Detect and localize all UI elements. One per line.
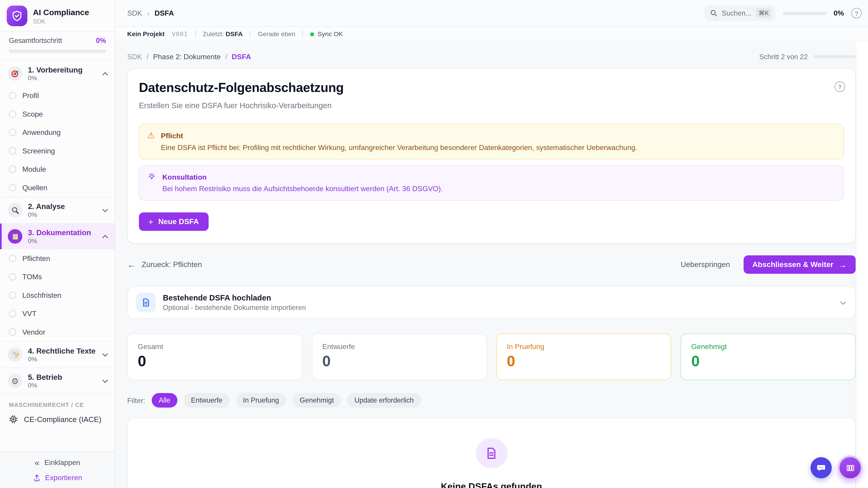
- filter-pill-update-erforderlich[interactable]: Update erforderlich: [347, 393, 421, 408]
- header-actions: Suchen... ⌘K 0% ?: [705, 5, 862, 21]
- section-header-dokumentation[interactable]: 3. Dokumentation 0%: [0, 224, 115, 250]
- filter-pill-entwuerfe[interactable]: Entwuerfe: [184, 393, 230, 408]
- section-items: Pflichten TOMs Löschfristen VVT: [0, 249, 115, 341]
- section-header-analyse[interactable]: 2. Analyse 0%: [0, 197, 115, 223]
- stat-card-genehmigt: Genehmigt 0: [681, 333, 856, 380]
- export-button[interactable]: Exportieren: [33, 473, 82, 482]
- version-badge: V001: [172, 30, 188, 37]
- sidebar: AI Compliance SDK Gesamtfortschritt 0%: [0, 0, 116, 488]
- lightbulb-icon: [147, 172, 156, 194]
- section-header-betrieb[interactable]: ⚙ 5. Betrieb 0%: [0, 368, 115, 394]
- empty-state-icon-circle: [475, 438, 507, 468]
- filter-pill-alle[interactable]: Alle: [151, 393, 178, 408]
- header-progress-bar: [783, 11, 826, 15]
- sidebar-item-label: CE-Compliance (IACE): [24, 415, 101, 423]
- stat-value: 0: [507, 353, 660, 370]
- last-saved: Zuletzt: DSFA: [203, 31, 243, 37]
- top-header: SDK › DSFA Suchen... ⌘K 0% ?: [116, 0, 868, 27]
- sidebar-item-screening[interactable]: Screening: [0, 142, 115, 160]
- search-input[interactable]: Suchen... ⌘K: [705, 5, 776, 21]
- scrollbar[interactable]: [856, 42, 868, 488]
- card-help-icon[interactable]: ?: [835, 81, 845, 92]
- section-header-rechtliche-texte[interactable]: 4. Rechtliche Texte 0%: [0, 342, 115, 367]
- sidebar-item-label: Screening: [22, 147, 55, 155]
- chevron-down-icon: [102, 206, 108, 212]
- chevron-up-icon: [102, 235, 108, 240]
- breadcrumb-root[interactable]: SDK: [127, 9, 142, 17]
- step-circle-icon: [9, 273, 16, 281]
- section-label: 3. Dokumentation: [28, 229, 97, 237]
- collapse-label: Einklappen: [44, 458, 80, 467]
- back-link[interactable]: ← Zurueck: Pflichten: [127, 260, 202, 269]
- sync-status: Sync OK: [310, 31, 343, 37]
- breadcrumb-item[interactable]: SDK: [127, 53, 142, 61]
- sync-label: Sync OK: [318, 31, 343, 37]
- filter-row: Filter: Alle Entwuerfe In Pruefung Geneh…: [127, 393, 856, 408]
- board-view-fab-button[interactable]: [838, 455, 863, 480]
- chat-fab-button[interactable]: [811, 457, 832, 479]
- step-circle-icon: [9, 328, 16, 336]
- page-subtitle: Erstellen Sie eine DSFA fuer Hochrisiko-…: [139, 101, 844, 110]
- double-chevron-left-icon: «: [35, 458, 39, 467]
- chevron-up-icon: [102, 72, 108, 77]
- alert-title: Pflicht: [161, 131, 638, 140]
- step-circle-icon: [9, 310, 16, 317]
- search-placeholder: Suchen...: [722, 9, 751, 17]
- sidebar-section-rechtliche-texte: 4. Rechtliche Texte 0%: [0, 342, 115, 368]
- step-circle-icon: [9, 292, 16, 299]
- sidebar-item-scope[interactable]: Scope: [0, 105, 115, 123]
- sidebar-item-quellen[interactable]: Quellen: [0, 178, 115, 197]
- sidebar-section-vorbereitung: 1. Vorbereitung 0% Profil Scope: [0, 61, 115, 197]
- filter-pill-genehmigt[interactable]: Genehmigt: [292, 393, 341, 408]
- section-percent: 0%: [28, 382, 97, 389]
- collapse-sidebar-button[interactable]: « Einklappen: [35, 458, 80, 467]
- app-window: AI Compliance SDK Gesamtfortschritt 0%: [0, 0, 868, 488]
- chat-bubble-icon: [816, 463, 826, 473]
- arrow-right-icon: →: [838, 260, 847, 269]
- sidebar-item-toms[interactable]: TOMs: [0, 268, 115, 286]
- section-header-vorbereitung[interactable]: 1. Vorbereitung 0%: [0, 61, 115, 87]
- last-saved-value: DSFA: [225, 31, 243, 37]
- sidebar-item-loeschfristen[interactable]: Löschfristen: [0, 286, 115, 304]
- step-circle-icon: [9, 110, 16, 118]
- sidebar-item-ce-compliance[interactable]: CE-Compliance (IACE): [0, 412, 115, 429]
- empty-state-title: Keine DSFAs gefunden: [441, 481, 542, 488]
- sidebar-item-module[interactable]: Module: [0, 160, 115, 178]
- sidebar-item-vvt[interactable]: VVT: [0, 304, 115, 323]
- new-dsfa-button[interactable]: + Neue DSFA: [139, 213, 208, 231]
- section-percent: 0%: [28, 237, 97, 244]
- page-breadcrumb: SDK / Phase 2: Dokumente / DSFA Schritt …: [127, 53, 856, 61]
- upload-existing-panel[interactable]: Bestehende DSFA hochladen Optional - bes…: [127, 286, 856, 319]
- sidebar-item-label: Pflichten: [22, 254, 50, 263]
- step-circle-icon: [9, 255, 16, 262]
- target-icon: [8, 66, 22, 81]
- breadcrumb-current: DSFA: [155, 9, 174, 17]
- alert-konsultation: Konsultation Bei hohem Restrisiko muss d…: [139, 165, 844, 201]
- sidebar-item-pflichten[interactable]: Pflichten: [0, 249, 115, 267]
- empty-state: Keine DSFAs gefunden Erstellen Sie eine …: [127, 418, 856, 488]
- breadcrumb-item[interactable]: Phase 2: Dokumente: [153, 53, 221, 61]
- sidebar-item-profil[interactable]: Profil: [0, 87, 115, 105]
- help-icon[interactable]: ?: [851, 8, 862, 19]
- sidebar-section-analyse: 2. Analyse 0%: [0, 197, 115, 224]
- filter-label: Filter:: [127, 396, 145, 404]
- document-icon: [485, 447, 498, 460]
- step-progress: Schritt 2 von 22: [759, 53, 856, 61]
- upload-subtitle: Optional - bestehende Dokumente importie…: [163, 304, 306, 312]
- export-label: Exportieren: [45, 473, 82, 482]
- finish-next-button[interactable]: Abschliessen & Weiter →: [743, 255, 856, 273]
- sidebar-item-anwendung[interactable]: Anwendung: [0, 123, 115, 141]
- section-label: 4. Rechtliche Texte: [28, 347, 97, 355]
- last-saved-label: Zuletzt:: [203, 31, 224, 37]
- stats-row: Gesamt 0 Entwuerfe 0 In Pruefung 0 Geneh…: [127, 333, 856, 380]
- document-icon: [136, 293, 156, 312]
- shield-check-icon: [7, 6, 27, 26]
- upload-title: Bestehende DSFA hochladen: [163, 293, 306, 302]
- sidebar-item-label: Anwendung: [22, 128, 61, 137]
- skip-button[interactable]: Ueberspringen: [681, 260, 730, 269]
- sidebar-item-vendor[interactable]: Vendor: [0, 323, 115, 341]
- section-percent: 0%: [28, 75, 97, 82]
- section-percent: 0%: [28, 356, 97, 362]
- filter-pill-in-pruefung[interactable]: In Pruefung: [236, 393, 286, 408]
- project-status: Kein Projekt: [127, 31, 165, 37]
